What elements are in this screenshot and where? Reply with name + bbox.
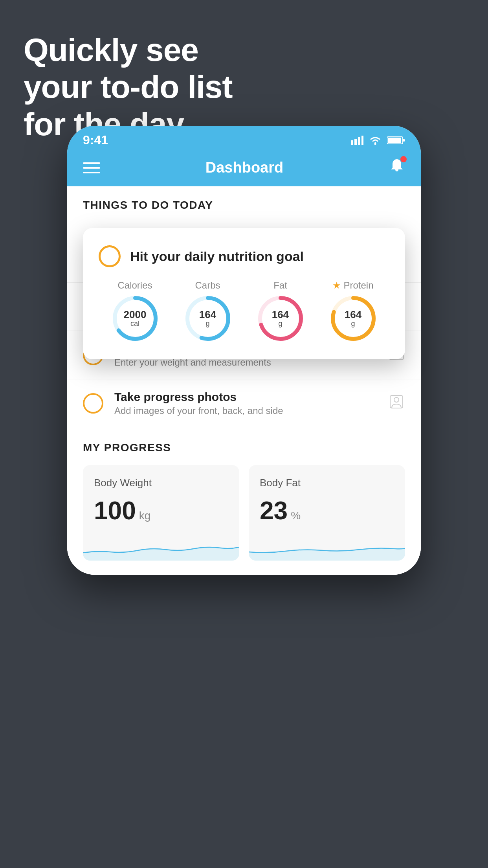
star-icon: ★ — [332, 280, 341, 291]
svg-point-12 — [394, 397, 399, 402]
donut-unit-fat: g — [272, 320, 289, 328]
macro-label-protein: ★Protein — [332, 280, 373, 291]
donut-unit-calories: cal — [124, 320, 147, 328]
svg-rect-7 — [388, 138, 401, 143]
status-icons — [351, 136, 405, 145]
donut-value-protein: 164 — [345, 309, 361, 320]
macro-item-calories: Calories 2000 cal — [112, 280, 159, 342]
body-fat-card[interactable]: Body Fat 23 % — [249, 465, 405, 561]
donut-unit-protein: g — [345, 320, 361, 328]
body-weight-unit: kg — [139, 509, 151, 522]
nutrition-circle-icon — [99, 245, 121, 267]
progress-section: MY PROGRESS Body Weight 100 kg — [67, 427, 421, 575]
body-fat-unit: % — [291, 509, 301, 522]
section-heading: THINGS TO DO TODAY — [67, 186, 421, 219]
todo-subtitle-photos: Add images of your front, back, and side — [114, 405, 377, 416]
progress-heading: MY PROGRESS — [83, 441, 405, 454]
notification-bell[interactable] — [389, 158, 405, 178]
macro-label-carbs: Carbs — [195, 280, 220, 291]
hamburger-menu[interactable] — [83, 162, 100, 173]
svg-rect-1 — [354, 139, 357, 145]
nav-title: Dashboard — [205, 159, 283, 176]
donut-fat: 164 g — [257, 295, 304, 342]
body-weight-title: Body Weight — [94, 477, 228, 489]
status-bar: 9:41 — [67, 126, 421, 151]
donut-value-fat: 164 — [272, 309, 289, 320]
signal-icon — [351, 136, 363, 145]
nutrition-card-title: Hit your daily nutrition goal — [130, 249, 304, 264]
macro-item-protein: ★Protein 164 g — [330, 280, 377, 342]
macro-item-fat: Fat 164 g — [257, 280, 304, 342]
svg-rect-0 — [351, 140, 353, 145]
nav-bar: Dashboard — [67, 151, 421, 186]
wifi-icon — [369, 136, 382, 145]
macros-row: Calories 2000 cal Carbs 164 — [99, 280, 389, 342]
donut-calories: 2000 cal — [112, 295, 159, 342]
body-weight-value: 100 — [94, 496, 136, 525]
svg-rect-3 — [361, 136, 363, 145]
donut-unit-carbs: g — [199, 320, 216, 328]
todo-title-photos: Take progress photos — [114, 390, 377, 404]
progress-cards: Body Weight 100 kg Body Fat — [83, 465, 405, 561]
macro-label-fat: Fat — [273, 280, 287, 291]
svg-point-4 — [374, 143, 376, 145]
donut-carbs: 164 g — [184, 295, 231, 342]
donut-value-calories: 2000 — [124, 309, 147, 320]
donut-value-carbs: 164 — [199, 309, 216, 320]
body-weight-chart — [83, 533, 239, 561]
body-fat-chart — [249, 533, 405, 561]
donut-protein: 164 g — [330, 295, 377, 342]
todo-circle-photos — [83, 393, 103, 414]
body-fat-title: Body Fat — [260, 477, 394, 489]
status-time: 9:41 — [83, 133, 108, 147]
macro-label-calories: Calories — [117, 280, 152, 291]
todo-item-photos[interactable]: Take progress photos Add images of your … — [67, 379, 421, 427]
macro-item-carbs: Carbs 164 g — [184, 280, 231, 342]
person-icon — [388, 393, 405, 414]
nutrition-card[interactable]: Hit your daily nutrition goal Calories 2… — [83, 228, 405, 359]
battery-icon — [387, 136, 405, 145]
svg-rect-2 — [358, 137, 360, 145]
body-fat-value: 23 — [260, 496, 288, 525]
notification-dot — [400, 156, 407, 162]
body-weight-card[interactable]: Body Weight 100 kg — [83, 465, 239, 561]
svg-rect-6 — [403, 139, 405, 142]
